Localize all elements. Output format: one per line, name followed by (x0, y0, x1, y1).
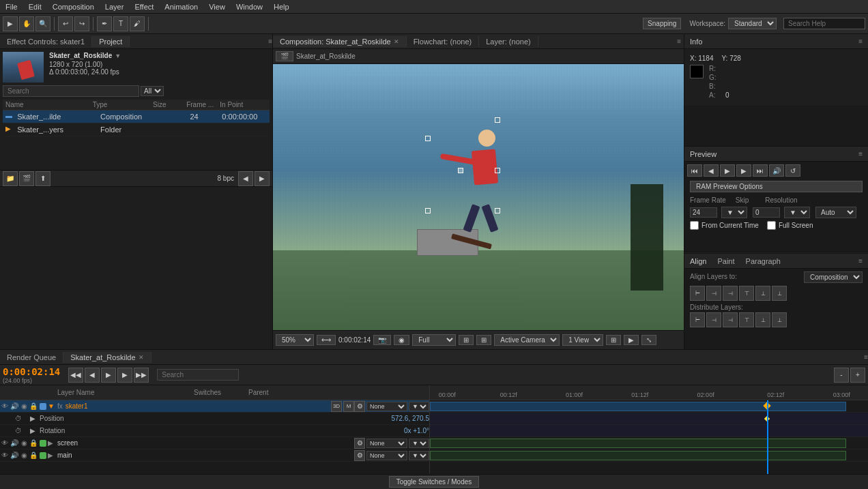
track-main[interactable] (430, 449, 868, 462)
tool-zoom[interactable]: 🔍 (35, 16, 50, 31)
handle-mr[interactable] (495, 168, 500, 173)
pos-stopwatch[interactable]: ⏱ (14, 414, 23, 424)
comp-flow-btn[interactable]: ⊞ (606, 335, 621, 345)
align-vcenter-btn[interactable]: ⊥ (755, 286, 770, 301)
quality-select[interactable]: Full Half Quarter (412, 334, 456, 346)
timeline-prev-frame[interactable]: ◀ (85, 368, 100, 383)
preview-first-btn[interactable]: ⏮ (687, 164, 702, 177)
expand-screen[interactable]: ▶ (48, 439, 53, 447)
parent-channel-screen[interactable]: ▼ (409, 439, 429, 448)
handle-bl[interactable] (425, 208, 431, 213)
layer-solo-skater1[interactable]: ◉ (19, 402, 29, 411)
parent-select-main[interactable]: None (366, 451, 407, 460)
comp-tab-layer[interactable]: Layer: (none) (479, 36, 538, 47)
align-hcenter-btn[interactable]: ⊣ (706, 286, 721, 301)
layer-row-skater1[interactable]: 👁 🔊 ◉ 🔒 ▼ fx skater1 3D M ⚙ None (0, 400, 429, 413)
layer-audio-skater1[interactable]: 🔊 (10, 402, 19, 411)
menu-layer[interactable]: Layer (100, 3, 130, 11)
timeline-zoom-in[interactable]: + (850, 368, 865, 383)
tab-project[interactable]: Project (92, 36, 130, 47)
tool-pen[interactable]: ✒ (97, 16, 112, 31)
pos-expand[interactable]: ▶ (30, 415, 35, 422)
menu-composition[interactable]: Composition (47, 3, 100, 11)
align-top-btn[interactable]: ⊤ (739, 286, 754, 301)
dist-top-btn[interactable]: ⊤ (739, 312, 754, 327)
camera-select[interactable]: Active Camera (494, 334, 560, 346)
grid-btn[interactable]: ⊞ (476, 335, 491, 345)
panel-menu-btn[interactable]: ≡ (268, 38, 272, 45)
render-btn[interactable]: ▶ (624, 335, 639, 345)
project-search-input[interactable] (3, 85, 139, 97)
frame-rate-unit[interactable]: ▼ (721, 207, 747, 218)
menu-view[interactable]: View (203, 3, 231, 11)
frame-rate-input[interactable] (690, 207, 717, 218)
layer-solo-screen[interactable]: ◉ (19, 439, 29, 448)
tab-effect-controls[interactable]: Effect Controls: skater1 (0, 36, 92, 47)
layer-vis-skater1[interactable]: 👁 (0, 402, 10, 411)
parent-pick-whip-main[interactable]: ⚙ (354, 450, 365, 461)
parent-pick-whip-screen[interactable]: ⚙ (354, 438, 365, 449)
layer-vis-screen[interactable]: 👁 (0, 439, 10, 448)
layer-row-screen[interactable]: 👁 🔊 ◉ 🔒 ▶ screen ⚙ None ▼ (0, 437, 429, 449)
comp-tab-flowchart[interactable]: Flowchart: (none) (407, 36, 480, 47)
preview-audio-btn[interactable]: 🔊 (769, 164, 784, 177)
menu-edit[interactable]: Edit (23, 3, 47, 11)
transparency-btn[interactable]: ⊞ (459, 335, 474, 345)
new-comp-btn[interactable]: 🎬 (19, 171, 34, 186)
menu-animation[interactable]: Animation (159, 3, 203, 11)
composition-viewer[interactable] (273, 64, 684, 330)
views-select[interactable]: 1 View (562, 334, 603, 346)
dist-vcenter-btn[interactable]: ⊥ (755, 312, 770, 327)
preview-next-btn[interactable]: ▶ (736, 164, 751, 177)
expand-skater1[interactable]: ▼ (48, 402, 55, 410)
menu-file[interactable]: File (0, 3, 23, 11)
timeline-tab-close[interactable]: ✕ (139, 354, 144, 361)
search-help-input[interactable] (783, 18, 865, 29)
switch-motion[interactable]: M (343, 401, 354, 412)
track-skater1[interactable] (430, 400, 868, 413)
parent-select-skater1[interactable]: None (366, 402, 407, 411)
parent-channel-main[interactable]: ▼ (409, 451, 429, 460)
toggle-switches-modes-btn[interactable]: Toggle Switches / Modes (389, 476, 480, 488)
track-screen[interactable] (430, 437, 868, 449)
tab-timeline-main[interactable]: Skater_at_Roskilde ✕ (63, 352, 151, 363)
settings-btn[interactable]: ◀ (238, 171, 253, 186)
dist-right-btn[interactable]: ⊣ (723, 312, 738, 327)
preview-loop-btn[interactable]: ↺ (785, 164, 800, 177)
skip-unit[interactable]: ▼ (784, 207, 810, 218)
viewer-always-preview-btn[interactable]: 🎬 (276, 51, 293, 61)
timeline-play[interactable]: ▶ (101, 368, 116, 383)
dist-hcenter-btn[interactable]: ⊣ (706, 312, 721, 327)
expand-btn[interactable]: ⤡ (641, 335, 656, 345)
snapping-toggle[interactable]: Snapping (643, 18, 681, 29)
resolution-select[interactable]: Auto (815, 207, 856, 218)
parent-pick-whip[interactable]: ⚙ (354, 401, 365, 412)
tool-text[interactable]: T (113, 16, 128, 31)
forward-btn[interactable]: ▶ (255, 171, 270, 186)
workspace-select[interactable]: Standard (728, 18, 777, 29)
comp-tab-main[interactable]: Composition: Skater_at_Roskilde ✕ (273, 36, 407, 47)
align-right-btn[interactable]: ⊣ (723, 286, 738, 301)
dist-bottom-btn[interactable]: ⊥ (772, 312, 787, 327)
tool-undo[interactable]: ↩ (58, 16, 73, 31)
fit-btn[interactable]: ⟷ (317, 335, 336, 345)
timeline-next-frame[interactable]: ▶ (117, 368, 132, 383)
handle-tl[interactable] (425, 136, 431, 141)
dist-left-btn[interactable]: ⊢ (690, 312, 705, 327)
tab-paint[interactable]: Paint (717, 257, 734, 265)
handle-center[interactable] (458, 168, 463, 173)
from-current-checkbox[interactable] (690, 221, 699, 230)
rot-expand[interactable]: ▶ (30, 427, 35, 434)
layer-audio-screen[interactable]: 🔊 (10, 439, 19, 448)
align-left-btn[interactable]: ⊢ (690, 286, 705, 301)
timeline-zoom-out[interactable]: - (834, 368, 849, 383)
menu-effect[interactable]: Effect (129, 3, 159, 11)
tool-redo[interactable]: ↪ (74, 16, 89, 31)
snapshot-btn[interactable]: 📷 (373, 335, 391, 345)
tab-info[interactable]: Info (690, 38, 702, 46)
show-channel-btn[interactable]: ◉ (394, 335, 409, 345)
new-folder-btn[interactable]: 📁 (3, 171, 18, 186)
parent-select-screen[interactable]: None (366, 439, 407, 448)
menu-help[interactable]: Help (268, 3, 295, 11)
skip-input[interactable] (753, 207, 780, 218)
